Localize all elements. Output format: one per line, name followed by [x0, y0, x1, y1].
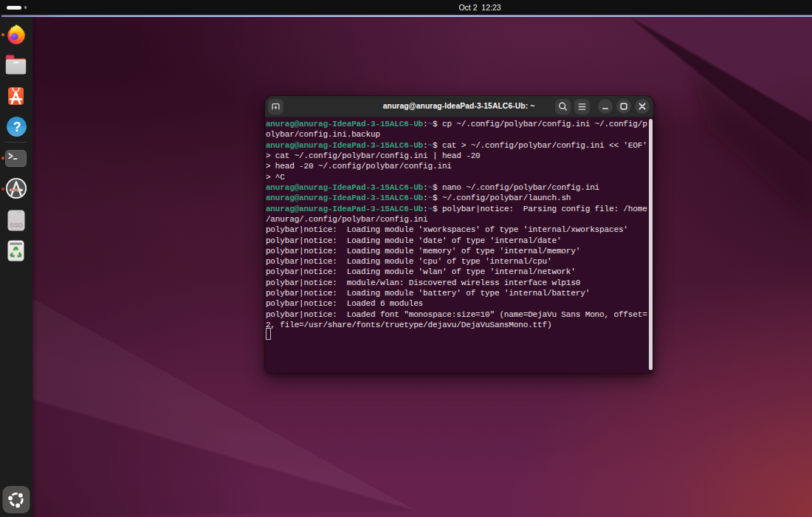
svg-text:?: ? [13, 119, 21, 134]
svg-text:SSD: SSD [10, 221, 23, 228]
